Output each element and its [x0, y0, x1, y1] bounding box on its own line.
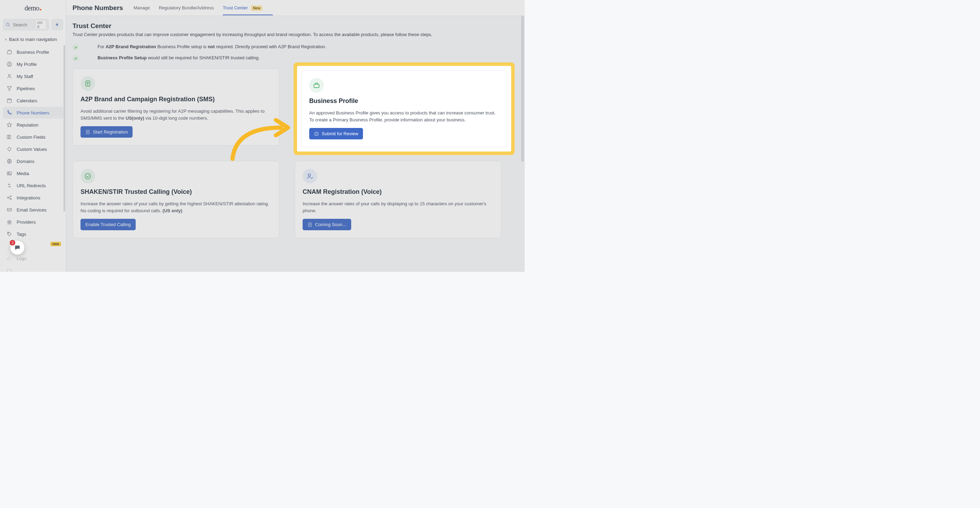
- user-icon: [6, 73, 13, 79]
- sidebar-item-label: Domains: [17, 159, 34, 164]
- card-desc: Increase the answer rates of your calls …: [81, 200, 271, 214]
- svg-point-0: [6, 23, 9, 26]
- section-title: Trust Center: [73, 22, 519, 30]
- svg-rect-18: [314, 84, 319, 88]
- bolt-icon: [55, 22, 60, 27]
- chat-widget[interactable]: 3: [10, 241, 24, 254]
- search-shortcut: ctrl K: [35, 20, 46, 30]
- enable-trusted-calling-button[interactable]: Enable Trusted Calling: [81, 219, 136, 230]
- sidebar-item-reputation[interactable]: Reputation: [3, 119, 63, 131]
- sidebar-item-calendars[interactable]: Calendars: [3, 95, 63, 106]
- user-check-icon: [302, 169, 317, 183]
- sidebar-item-business-profile[interactable]: Business Profile: [3, 46, 63, 58]
- sidebar-item-label: Providers: [17, 219, 36, 225]
- svg-rect-19: [315, 132, 318, 135]
- tab-new-badge: New: [251, 6, 262, 11]
- header: Phone Numbers Manage Regulatory Bundle/A…: [66, 0, 525, 16]
- search-field[interactable]: [13, 22, 32, 27]
- svg-rect-15: [7, 208, 11, 211]
- folder-icon: [6, 267, 13, 272]
- chat-icon: [14, 244, 21, 251]
- svg-rect-2: [7, 51, 11, 54]
- arrows-icon: [6, 183, 13, 189]
- back-link[interactable]: Back to main navigation: [0, 33, 66, 45]
- tab-manage[interactable]: Manage: [134, 0, 150, 15]
- check-icon: [73, 55, 79, 61]
- nav: Business Profile My Profile My Staff Pip…: [0, 45, 66, 272]
- card-cnam: CNAM Registration (Voice) Increase the a…: [294, 161, 501, 238]
- svg-point-16: [8, 233, 9, 233]
- sidebar-item-label: Phone Numbers: [17, 110, 49, 116]
- sidebar-item-phone-numbers[interactable]: Phone Numbers: [3, 107, 63, 119]
- new-badge: new: [50, 242, 61, 246]
- star-icon: [6, 122, 13, 128]
- search-icon: [6, 22, 10, 27]
- sidebar-item-url-redirects[interactable]: URL Redirects: [3, 179, 63, 191]
- columns-icon: [6, 134, 13, 140]
- svg-point-17: [308, 174, 310, 176]
- sidebar-item-my-profile[interactable]: My Profile: [3, 58, 63, 70]
- sidebar-item-label: Media: [17, 171, 29, 176]
- check-row-2: Business Profile Setup would still be re…: [73, 53, 519, 64]
- search-input[interactable]: ctrl K: [3, 19, 49, 30]
- card-desc: Avoid additional carrier filtering by re…: [81, 108, 271, 121]
- card-desc: An approved Business Profile gives you a…: [309, 110, 499, 123]
- sidebar-item-folder[interactable]: [3, 265, 63, 272]
- sidebar: demo ctrl K Back to main navigation Busi…: [0, 0, 66, 272]
- sidebar-item-label: Email Services: [17, 207, 46, 213]
- sidebar-item-domains[interactable]: Domains: [3, 156, 63, 167]
- svg-rect-8: [9, 135, 10, 139]
- sidebar-item-logs[interactable]: Logs: [3, 252, 63, 264]
- image-icon: [6, 170, 13, 176]
- sidebar-item-providers[interactable]: Providers: [3, 216, 63, 228]
- calendar-icon: [6, 97, 13, 104]
- funnel-icon: [6, 85, 13, 92]
- sidebar-item-tags[interactable]: Tags: [3, 228, 63, 240]
- sidebar-item-pipelines[interactable]: Pipelines: [3, 83, 63, 94]
- sidebar-item-integrations[interactable]: Integrations: [3, 192, 63, 203]
- user-circle-icon: [6, 61, 13, 67]
- card-title: SHAKEN/STIR Trusted Calling (Voice): [81, 188, 271, 195]
- sidebar-item-label: Logs: [17, 256, 26, 261]
- main-scrollbar[interactable]: [521, 16, 524, 162]
- tag-icon: [6, 231, 13, 237]
- briefcase-icon: [309, 78, 324, 92]
- card-a2p: A2P Brand and Campaign Registration (SMS…: [73, 68, 279, 146]
- page-title: Phone Numbers: [73, 4, 123, 12]
- svg-point-4: [9, 63, 10, 64]
- card-shaken: SHAKEN/STIR Trusted Calling (Voice) Incr…: [73, 161, 279, 238]
- sidebar-item-label: My Staff: [17, 74, 33, 79]
- sidebar-item-label: Calendars: [17, 98, 37, 103]
- bolt-button[interactable]: [51, 19, 63, 30]
- card-title: CNAM Registration (Voice): [302, 188, 493, 195]
- submit-for-review-button[interactable]: Submit for Review: [309, 128, 363, 140]
- sidebar-scrollbar[interactable]: [64, 45, 65, 211]
- svg-point-5: [8, 75, 10, 76]
- globe-icon: [6, 158, 13, 164]
- sidebar-item-custom-values[interactable]: Custom Values: [3, 143, 63, 155]
- card-title: Business Profile: [309, 97, 499, 105]
- note-icon: [307, 222, 312, 227]
- chat-count: 3: [10, 240, 15, 246]
- tab-regulatory[interactable]: Regulatory Bundle/Address: [159, 0, 214, 15]
- sidebar-item-label: My Profile: [17, 62, 37, 67]
- sidebar-item-email-services[interactable]: Email Services: [3, 204, 63, 216]
- card-business-profile: Business Profile An approved Business Pr…: [301, 70, 507, 148]
- sidebar-item-media[interactable]: Media: [3, 167, 63, 179]
- sidebar-item-label: Tags: [17, 232, 26, 237]
- bank-icon: [6, 219, 13, 225]
- start-registration-button[interactable]: Start Registration: [81, 126, 132, 138]
- sidebar-item-label: Pipelines: [17, 86, 35, 91]
- sidebar-item-my-staff[interactable]: My Staff: [3, 70, 63, 82]
- sidebar-item-label: Reputation: [17, 122, 38, 128]
- card-desc: Increase the answer rates of your calls …: [302, 200, 493, 214]
- chevron-left-icon: [4, 38, 8, 41]
- check-row-1: For A2P Brand Registration Business Prof…: [73, 42, 519, 53]
- sidebar-item-label: Custom Fields: [17, 135, 45, 140]
- tab-trust-center[interactable]: Trust Center New: [223, 0, 262, 15]
- section-desc: Trust Center provides products that can …: [73, 32, 519, 37]
- sidebar-item-custom-fields[interactable]: Custom Fields: [3, 131, 63, 143]
- check-icon: [73, 44, 79, 50]
- coming-soon-button[interactable]: Coming Soon...: [302, 219, 351, 230]
- sidebar-item-label: Custom Values: [17, 147, 47, 152]
